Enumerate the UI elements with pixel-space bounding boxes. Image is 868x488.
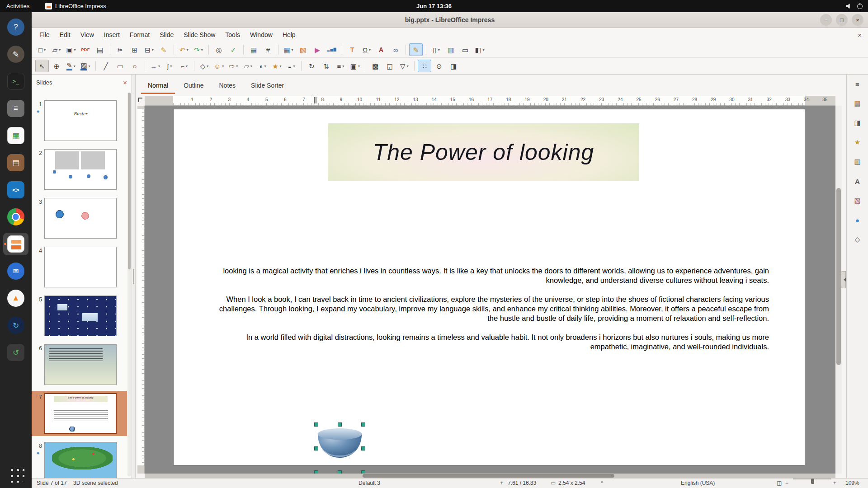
insert-textbox-button[interactable]: T bbox=[345, 43, 359, 56]
slides-panel-close-icon[interactable]: × bbox=[123, 79, 127, 86]
slide-row-3[interactable]: 3 bbox=[32, 196, 127, 241]
zoom-level[interactable]: 109% bbox=[845, 479, 859, 488]
minimize-button[interactable]: − bbox=[820, 14, 832, 26]
system-tray[interactable] bbox=[846, 0, 863, 12]
show-applications-icon[interactable] bbox=[3, 463, 28, 485]
slide-row-2[interactable]: 2 bbox=[32, 147, 127, 192]
scrollbar-thumb[interactable] bbox=[836, 188, 841, 365]
master-slides-icon[interactable]: ▥ bbox=[852, 156, 863, 168]
arrange-tool[interactable]: ▣ bbox=[348, 60, 362, 72]
menu-insert[interactable]: Insert bbox=[99, 28, 125, 42]
workspace-canvas[interactable]: The Power of looking looking is a magica… bbox=[145, 106, 835, 474]
new-document-button[interactable]: □ bbox=[35, 43, 49, 56]
new-slide-button[interactable]: ▯ bbox=[429, 43, 443, 56]
fit-slide-icon[interactable]: ◫ bbox=[777, 479, 782, 488]
slide-row-7[interactable]: 7 The Power of looking bbox=[32, 391, 127, 436]
slide-layout-button[interactable]: ◧ bbox=[473, 43, 486, 56]
navigator-icon[interactable]: ● bbox=[852, 214, 863, 226]
activities-button[interactable]: Activities bbox=[6, 0, 29, 12]
vlc-icon[interactable]: ▲ bbox=[3, 287, 28, 310]
shapes-icon[interactable]: ◇ bbox=[852, 234, 863, 245]
close-document-icon[interactable]: × bbox=[858, 28, 862, 42]
close-button[interactable]: × bbox=[852, 14, 863, 26]
tabstop-selector-icon[interactable] bbox=[138, 98, 142, 102]
styles-icon[interactable]: A bbox=[852, 175, 863, 187]
properties-icon[interactable]: ▤ bbox=[852, 98, 863, 109]
menu-view[interactable]: View bbox=[75, 28, 99, 42]
slide-thumbnail[interactable]: The Power of looking bbox=[44, 393, 117, 434]
horizontal-scrollbar[interactable] bbox=[145, 474, 835, 478]
ellipse-tool[interactable]: ○ bbox=[128, 60, 142, 72]
gimp-icon[interactable]: ✎ bbox=[3, 43, 28, 66]
menu-tools[interactable]: Tools bbox=[220, 28, 245, 42]
menu-slide-show[interactable]: Slide Show bbox=[179, 28, 220, 42]
show-draw-functions-button[interactable]: ✎ bbox=[409, 43, 423, 56]
snap-guides-button[interactable]: # bbox=[261, 43, 275, 56]
3d-objects-tool[interactable]: ◒ bbox=[284, 60, 298, 72]
zoom-in-button[interactable]: + bbox=[833, 479, 836, 488]
libreoffice-calc-icon[interactable]: ▦ bbox=[3, 124, 28, 147]
insert-table-button[interactable]: ▦ bbox=[282, 43, 295, 56]
slide-thumbnail[interactable] bbox=[44, 344, 117, 385]
rotate-tool[interactable]: ↻ bbox=[305, 60, 318, 72]
crop-image-tool[interactable]: ◱ bbox=[383, 60, 396, 72]
help-icon[interactable]: ? bbox=[3, 16, 28, 38]
document-modified-icon[interactable]: * bbox=[601, 479, 603, 488]
cursor-position-value[interactable]: 7.61 / 16.83 bbox=[508, 479, 536, 488]
slide-row-8[interactable]: 8 bbox=[32, 440, 127, 478]
clone-formatting-button[interactable]: ✎ bbox=[157, 43, 170, 56]
scrollbar-thumb[interactable] bbox=[128, 93, 131, 269]
basic-shapes-tool[interactable]: ◇ bbox=[198, 60, 211, 72]
line-color-button[interactable]: ✎ bbox=[64, 60, 78, 72]
zoom-slider-thumb[interactable] bbox=[811, 479, 814, 484]
menu-help[interactable]: Help bbox=[278, 28, 301, 42]
edit-points-tool[interactable]: ∷ bbox=[418, 60, 431, 72]
zoom-out-button[interactable]: − bbox=[785, 479, 788, 488]
slide-row-1[interactable]: 1 Buster bbox=[32, 98, 127, 143]
transition-indicator-icon[interactable] bbox=[37, 451, 42, 455]
extrusion-toggle[interactable]: ◨ bbox=[447, 60, 460, 72]
slide-thumbnail[interactable] bbox=[44, 442, 117, 478]
slide-thumbnail[interactable] bbox=[44, 247, 117, 287]
export-pdf-button[interactable]: PDF bbox=[79, 43, 92, 56]
object-size-value[interactable]: 2.54 x 2.54 bbox=[558, 479, 585, 488]
menu-edit[interactable]: Edit bbox=[55, 28, 75, 42]
undo-button[interactable]: ↶ bbox=[177, 43, 191, 56]
transition-indicator-icon[interactable] bbox=[37, 109, 42, 114]
menu-format[interactable]: Format bbox=[125, 28, 155, 42]
redo-button[interactable]: ↷ bbox=[192, 43, 205, 56]
align-objects-tool[interactable]: ≡ bbox=[334, 60, 347, 72]
menu-window[interactable]: Window bbox=[245, 28, 278, 42]
chrome-icon[interactable] bbox=[3, 206, 28, 228]
scrollbar-thumb[interactable] bbox=[363, 474, 614, 478]
lines-arrows-tool[interactable]: → bbox=[148, 60, 162, 72]
selection-handle[interactable] bbox=[314, 470, 318, 474]
indent-marker[interactable] bbox=[314, 97, 316, 103]
slide-thumbnail[interactable] bbox=[44, 296, 117, 336]
slide-row-4[interactable]: 4 bbox=[32, 244, 127, 290]
fill-color-button[interactable]: ▨ bbox=[79, 60, 92, 72]
window-titlebar[interactable]: big.pptx - LibreOffice Impress −□× bbox=[32, 12, 868, 28]
special-character-button[interactable]: Ω bbox=[360, 43, 373, 56]
sidebar-hide-grip[interactable] bbox=[841, 271, 846, 288]
libreoffice-impress-icon[interactable] bbox=[3, 233, 28, 255]
find-replace-button[interactable]: ◎ bbox=[212, 43, 226, 56]
print-button[interactable]: ▤ bbox=[93, 43, 107, 56]
flowchart-tool[interactable]: ▱ bbox=[241, 60, 255, 72]
horizontal-ruler[interactable]: 1234567891011121314151617181920212223242… bbox=[145, 96, 835, 106]
display-grid-button[interactable]: ▦ bbox=[247, 43, 260, 56]
connectors-tool[interactable]: ⌐ bbox=[177, 60, 191, 72]
terminal-icon[interactable]: >_ bbox=[3, 70, 28, 93]
open-button[interactable]: ▱ bbox=[50, 43, 63, 56]
software-updater-icon[interactable]: ↻ bbox=[3, 314, 28, 337]
line-tool[interactable]: ╱ bbox=[99, 60, 113, 72]
vertical-scrollbar[interactable] bbox=[835, 106, 842, 474]
maximize-button[interactable]: □ bbox=[836, 14, 848, 26]
duplicate-slide-button[interactable]: ▥ bbox=[444, 43, 458, 56]
tab-outline[interactable]: Outline bbox=[177, 78, 210, 94]
sidebar-settings-icon[interactable]: ≡ bbox=[852, 78, 863, 90]
selection-handle[interactable] bbox=[361, 422, 365, 427]
selection-handle[interactable] bbox=[361, 470, 365, 474]
slide-canvas[interactable]: The Power of looking looking is a magica… bbox=[173, 109, 805, 465]
save-button[interactable]: ▣ bbox=[64, 43, 78, 56]
